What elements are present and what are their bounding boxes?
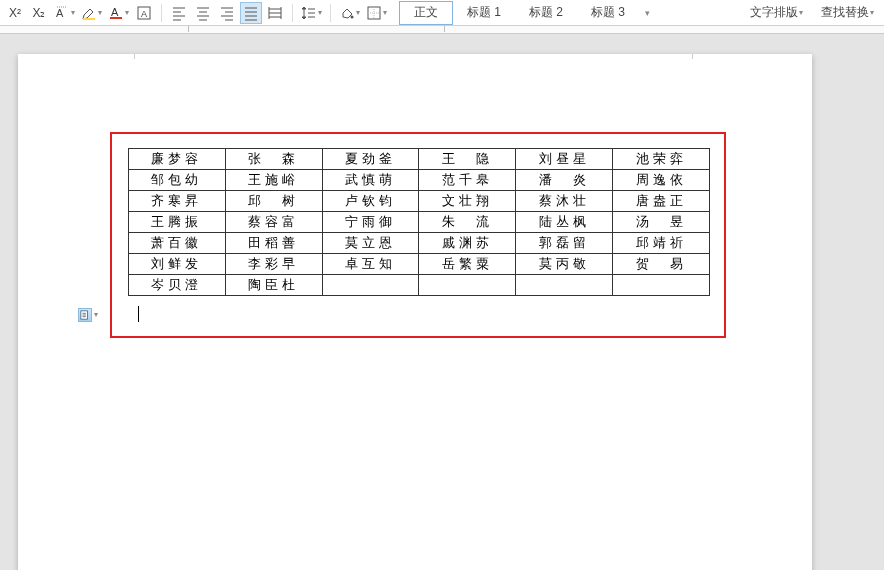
table-cell[interactable] (419, 275, 516, 296)
table-row[interactable]: 邹包幼 王施峪 武慎萌 范千皋 潘 炎 周逸依 (129, 170, 710, 191)
table-cell[interactable]: 宁雨御 (322, 212, 419, 233)
char-border-icon: A (136, 5, 152, 21)
phonetic-guide-button[interactable]: A▾ (52, 2, 77, 24)
style-h2-label: 标题 2 (529, 4, 563, 21)
superscript-button[interactable]: X² (4, 2, 26, 24)
table-cell[interactable]: 萧百徽 (129, 233, 226, 254)
svg-rect-3 (110, 17, 122, 19)
formatting-toolbar: X² X₂ A▾ ▾ A▾ A ▾ ▾ ▾ 正文 标题 1 标题 2 标题 3 … (0, 0, 884, 26)
document-workspace: 廉梦容 张 森 夏劲釜 王 隐 刘昼星 池荣弈 邹包幼 王施峪 武慎萌 范千皋 … (0, 34, 884, 570)
align-justify-button[interactable] (240, 2, 262, 24)
highlight-button[interactable]: ▾ (79, 2, 104, 24)
toolbar-divider (292, 4, 293, 22)
table-cell[interactable]: 汤 昱 (613, 212, 710, 233)
table-cell[interactable]: 陆丛枫 (516, 212, 613, 233)
align-center-button[interactable] (192, 2, 214, 24)
align-justify-icon (243, 5, 259, 21)
line-spacing-button[interactable]: ▾ (299, 2, 324, 24)
table-cell[interactable]: 刘鲜发 (129, 254, 226, 275)
table-cell[interactable]: 陶臣杜 (225, 275, 322, 296)
text-layout-button[interactable]: 文字排版▾ (744, 4, 809, 21)
table-cell[interactable]: 李彩早 (225, 254, 322, 275)
find-replace-label: 查找替换 (821, 4, 869, 21)
table-row[interactable]: 齐寒昇 邱 树 卢钦钧 文壮翔 蔡沐壮 唐盎正 (129, 191, 710, 212)
table-cell[interactable]: 王施峪 (225, 170, 322, 191)
table-row[interactable]: 廉梦容 张 森 夏劲釜 王 隐 刘昼星 池荣弈 (129, 149, 710, 170)
dropdown-caret-icon: ▾ (98, 8, 102, 17)
table-cell[interactable]: 蔡容富 (225, 212, 322, 233)
style-h3[interactable]: 标题 3 (577, 1, 639, 25)
table-row[interactable]: 岑贝澄 陶臣杜 (129, 275, 710, 296)
borders-button[interactable]: ▾ (364, 2, 389, 24)
table-cell[interactable]: 邹包幼 (129, 170, 226, 191)
dropdown-caret-icon: ▾ (356, 8, 360, 17)
table-cell[interactable]: 郭磊留 (516, 233, 613, 254)
table-cell[interactable]: 莫立恩 (322, 233, 419, 254)
superscript-label: X² (9, 6, 21, 20)
margin-tick (692, 54, 693, 59)
align-right-button[interactable] (216, 2, 238, 24)
table-cell[interactable]: 齐寒昇 (129, 191, 226, 212)
names-table[interactable]: 廉梦容 张 森 夏劲釜 王 隐 刘昼星 池荣弈 邹包幼 王施峪 武慎萌 范千皋 … (128, 148, 710, 296)
align-right-icon (219, 5, 235, 21)
dropdown-caret-icon: ▾ (383, 8, 387, 17)
font-color-icon: A (108, 5, 124, 21)
ruler (0, 26, 884, 34)
table-cell[interactable]: 莫丙敬 (516, 254, 613, 275)
table-row[interactable]: 王腾振 蔡容富 宁雨御 朱 流 陆丛枫 汤 昱 (129, 212, 710, 233)
table-cell[interactable]: 邱 树 (225, 191, 322, 212)
dropdown-caret-icon: ▾ (71, 8, 75, 17)
table-row[interactable]: 刘鲜发 李彩早 卓互知 岳繁粟 莫丙敬 贺 易 (129, 254, 710, 275)
ruler-mark (444, 26, 445, 32)
table-cell[interactable]: 岑贝澄 (129, 275, 226, 296)
table-cell[interactable]: 王腾振 (129, 212, 226, 233)
paragraph-layout-caret-icon[interactable]: ▾ (94, 310, 98, 319)
font-color-button[interactable]: A▾ (106, 2, 131, 24)
style-body[interactable]: 正文 (399, 1, 453, 25)
table-cell[interactable]: 卓互知 (322, 254, 419, 275)
table-cell[interactable] (322, 275, 419, 296)
shading-button[interactable]: ▾ (337, 2, 362, 24)
page-icon (80, 310, 90, 320)
table-cell[interactable]: 岳繁粟 (419, 254, 516, 275)
table-cell[interactable]: 池荣弈 (613, 149, 710, 170)
table-cell[interactable]: 武慎萌 (322, 170, 419, 191)
subscript-button[interactable]: X₂ (28, 2, 50, 24)
table-cell[interactable]: 刘昼星 (516, 149, 613, 170)
find-replace-button[interactable]: 查找替换▾ (815, 4, 880, 21)
margin-tick (134, 54, 135, 59)
style-gallery: 正文 标题 1 标题 2 标题 3 ▾ (399, 0, 655, 26)
table-cell[interactable]: 卢钦钧 (322, 191, 419, 212)
svg-rect-1 (83, 18, 95, 20)
table-cell[interactable]: 邱靖祈 (613, 233, 710, 254)
table-cell[interactable]: 朱 流 (419, 212, 516, 233)
toolbar-divider (161, 4, 162, 22)
table-cell[interactable]: 唐盎正 (613, 191, 710, 212)
table-cell[interactable]: 廉梦容 (129, 149, 226, 170)
table-cell[interactable]: 蔡沐壮 (516, 191, 613, 212)
table-cell[interactable] (516, 275, 613, 296)
paragraph-layout-icon[interactable] (78, 308, 92, 322)
distribute-button[interactable] (264, 2, 286, 24)
svg-text:A: A (111, 6, 119, 18)
table-cell[interactable]: 范千皋 (419, 170, 516, 191)
dropdown-caret-icon: ▾ (799, 8, 803, 17)
table-row[interactable]: 萧百徽 田稻善 莫立恩 戚渊苏 郭磊留 邱靖祈 (129, 233, 710, 254)
table-cell[interactable] (613, 275, 710, 296)
table-cell[interactable]: 王 隐 (419, 149, 516, 170)
table-cell[interactable]: 潘 炎 (516, 170, 613, 191)
table-cell[interactable]: 田稻善 (225, 233, 322, 254)
table-cell[interactable]: 戚渊苏 (419, 233, 516, 254)
align-left-button[interactable] (168, 2, 190, 24)
document-page[interactable]: 廉梦容 张 森 夏劲釜 王 隐 刘昼星 池荣弈 邹包幼 王施峪 武慎萌 范千皋 … (18, 54, 812, 570)
table-cell[interactable]: 周逸依 (613, 170, 710, 191)
style-h2[interactable]: 标题 2 (515, 1, 577, 25)
table-cell[interactable]: 张 森 (225, 149, 322, 170)
style-more-button[interactable]: ▾ (639, 8, 655, 18)
char-border-button[interactable]: A (133, 2, 155, 24)
table-cell[interactable]: 夏劲釜 (322, 149, 419, 170)
toolbar-right-group: 文字排版▾ 查找替换▾ (744, 4, 880, 21)
style-h1[interactable]: 标题 1 (453, 1, 515, 25)
table-cell[interactable]: 贺 易 (613, 254, 710, 275)
table-cell[interactable]: 文壮翔 (419, 191, 516, 212)
